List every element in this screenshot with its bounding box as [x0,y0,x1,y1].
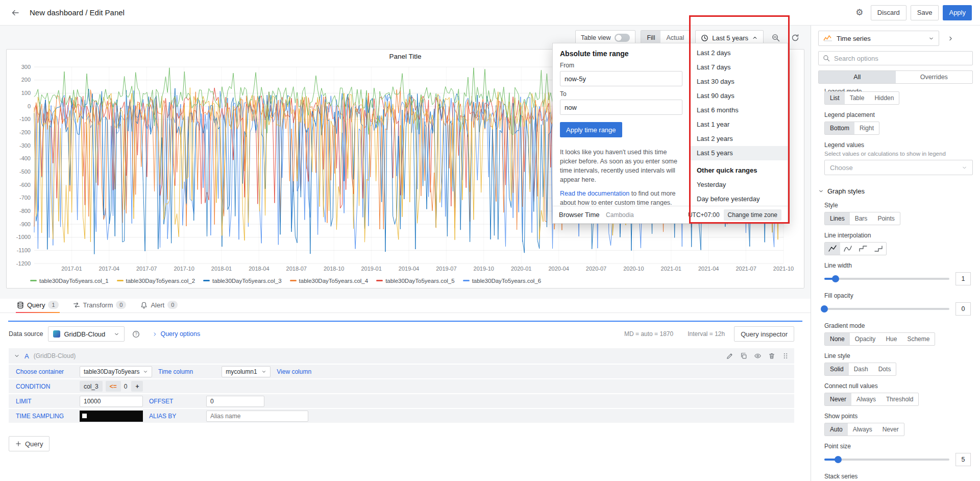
line-interpolation-group [824,242,887,255]
edit-pencil-icon[interactable] [726,352,733,359]
legend-item[interactable]: table30DayTo5years.col_2 [117,278,195,284]
table-view-switch[interactable] [615,34,630,42]
legend-item[interactable]: table30DayTo5years.col_1 [30,278,109,284]
datasource-help-button[interactable]: ? [129,327,143,341]
quick-range-item[interactable]: Day before yesterday [690,192,788,206]
tab-query[interactable]: Query 1 [16,301,60,312]
option-points[interactable]: Points [872,212,899,225]
option-list[interactable]: List [825,92,845,104]
legend-item[interactable]: table30DayTo5years.col_6 [463,278,542,284]
delete-trash-icon[interactable] [768,352,775,359]
quick-range-item[interactable]: Last 2 days [690,46,788,60]
options-search-input[interactable] [818,51,973,65]
visualization-picker[interactable]: Time series [818,31,939,46]
option-dots[interactable]: Dots [873,363,896,375]
point-size-value[interactable]: 5 [955,453,971,466]
condition-field-chip[interactable]: col_3 [80,381,103,392]
option-hue[interactable]: Hue [880,333,902,345]
save-button[interactable]: Save [911,5,939,20]
graph-styles-section-header[interactable]: Graph styles [818,187,973,195]
alias-input[interactable] [206,411,308,422]
limit-input[interactable] [80,396,143,407]
legend-values-select[interactable]: Choose [824,160,973,175]
option-bars[interactable]: Bars [850,212,873,225]
option-always[interactable]: Always [851,393,881,405]
query-options-toggle[interactable]: Query options [152,330,200,338]
tab-overrides[interactable]: Overrides [896,71,973,83]
apply-time-range-button[interactable]: Apply time range [560,122,622,137]
slider-knob[interactable] [835,456,842,463]
view-column-link[interactable]: View column [277,368,311,375]
quick-range-item[interactable]: Last 5 years [690,146,788,160]
query-inspector-button[interactable]: Query inspector [734,326,794,342]
documentation-link[interactable]: Read the documentation [560,190,629,197]
legend-item[interactable]: table30DayTo5years.col_5 [376,278,455,284]
collapse-chevron-icon[interactable] [14,353,20,359]
tab-transform[interactable]: Transform 0 [72,301,128,312]
fill-opacity-value[interactable]: 0 [955,302,971,316]
option-interpolation-smooth[interactable] [840,243,855,255]
option-lines[interactable]: Lines [825,212,850,225]
legend-item[interactable]: table30DayTo5years.col_4 [290,278,369,284]
option-solid[interactable]: Solid [825,363,849,375]
container-select[interactable]: table30DayTo5years [80,366,152,377]
line-width-value[interactable]: 1 [955,272,971,285]
duplicate-icon[interactable] [740,352,747,359]
option-dash[interactable]: Dash [849,363,873,375]
slider-track[interactable] [824,308,949,310]
option-scheme[interactable]: Scheme [902,333,935,345]
quick-range-item[interactable]: Last 7 days [690,60,788,75]
change-time-zone-button[interactable]: Change time zone [724,209,781,221]
slider-knob[interactable] [832,275,839,282]
quick-range-item[interactable]: Last 1 year [690,117,788,132]
slider-knob[interactable] [821,305,828,312]
to-input[interactable] [560,100,682,115]
option-interpolation-step-before[interactable] [855,243,871,255]
legend-item[interactable]: table30DayTo5years.col_3 [203,278,282,284]
option-right[interactable]: Right [854,122,879,134]
hide-query-eye-icon[interactable] [754,352,762,359]
option-always[interactable]: Always [848,423,877,436]
discard-button[interactable]: Discard [871,5,906,20]
option-threshold[interactable]: Threshold [881,393,918,405]
time-sampling-select[interactable] [80,411,143,422]
option-hidden[interactable]: Hidden [869,92,899,104]
drag-handle-icon[interactable] [782,352,789,359]
slider-track[interactable] [824,459,949,461]
quick-range-item[interactable]: Last 6 months [690,103,788,117]
option-bottom[interactable]: Bottom [825,122,854,134]
offset-input[interactable] [206,396,264,407]
quick-range-item[interactable]: Yesterday [690,178,788,192]
tab-alert[interactable]: Alert 0 [139,301,179,312]
quick-range-item[interactable]: Last 2 years [690,132,788,146]
option-table[interactable]: Table [845,92,870,104]
legend-placement-group: BottomRight [824,122,879,135]
svg-text:2019-04: 2019-04 [399,266,419,272]
from-input[interactable] [560,71,682,86]
collapse-options-pane-button[interactable] [943,31,958,45]
pane-splitter[interactable] [8,321,802,322]
option-opacity[interactable]: Opacity [850,333,881,345]
quick-range-item[interactable]: Last 30 days [690,75,788,89]
tab-all[interactable]: All [819,71,896,83]
datasource-select[interactable]: GridDB-Cloud [48,326,125,342]
refresh-button[interactable] [788,31,802,45]
option-interpolation-linear[interactable] [825,243,840,255]
option-never[interactable]: Never [877,423,904,436]
back-button[interactable] [8,6,22,20]
add-query-button[interactable]: Query [9,436,50,451]
option-none[interactable]: None [825,333,850,345]
panel-settings-button[interactable]: ⚙ [852,6,867,20]
quick-range-item[interactable]: Last 90 days [690,89,788,103]
time-range-label: Last 5 years [712,34,748,42]
add-condition-button[interactable]: + [131,381,143,392]
condition-value[interactable]: 0 [124,383,128,390]
time-column-select[interactable]: mycolumn1 [222,366,271,377]
option-never[interactable]: Never [825,393,851,405]
option-auto[interactable]: Auto [825,423,848,436]
query-header[interactable]: A (GridDB-Cloud) [9,348,794,364]
slider-track[interactable] [824,278,949,280]
apply-button[interactable]: Apply [943,5,972,20]
condition-operator-chip[interactable]: <= [106,381,121,392]
option-interpolation-step-after[interactable] [871,243,886,255]
